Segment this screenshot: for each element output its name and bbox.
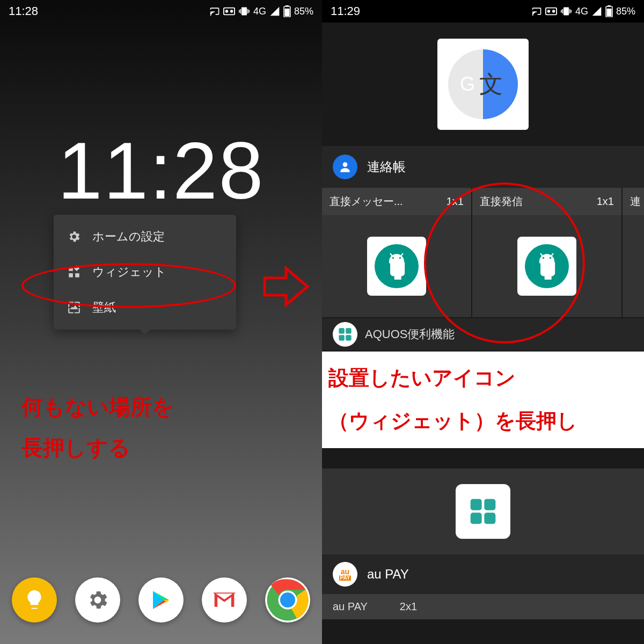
- svg-rect-4: [284, 9, 289, 17]
- battery-icon: [283, 5, 291, 17]
- menu-label: ウィジェット: [92, 264, 166, 280]
- svg-rect-30: [471, 513, 482, 524]
- contacts-icon: [333, 155, 357, 179]
- widget-direct-dial[interactable]: 直接発信 1x1: [472, 188, 623, 317]
- aupay-icon: au PAY: [333, 562, 357, 587]
- chrome-icon[interactable]: [265, 577, 310, 623]
- svg-rect-7: [69, 273, 73, 277]
- svg-rect-18: [608, 5, 611, 6]
- svg-rect-8: [75, 273, 79, 277]
- widget-size: 1x1: [447, 195, 464, 208]
- au-text: au: [341, 568, 349, 575]
- svg-point-14: [547, 10, 550, 13]
- context-menu: ホームの設定 ウィジェット 壁紙: [54, 215, 236, 330]
- menu-home-settings[interactable]: ホームの設定: [54, 219, 236, 254]
- settings-icon[interactable]: [75, 577, 120, 623]
- wallpaper-icon: [67, 300, 82, 315]
- translate-widget-preview[interactable]: 文: [322, 39, 644, 146]
- section-label: 連絡帳: [367, 158, 406, 175]
- svg-point-12: [280, 592, 295, 608]
- menu-widgets[interactable]: ウィジェット: [54, 254, 236, 290]
- grid-icon: [468, 496, 498, 526]
- svg-point-21: [399, 257, 401, 259]
- status-bar: 11:29 4G 85%: [322, 0, 644, 23]
- widget-partial[interactable]: 連: [623, 188, 644, 317]
- widget-label: au PAY: [333, 601, 368, 613]
- gear-icon: [67, 229, 82, 244]
- annotation-text: 何もない場所を 長押しする: [21, 386, 174, 468]
- cast-icon: [531, 6, 542, 17]
- widget-direct-message[interactable]: 直接メッセー... 1x1: [322, 188, 472, 317]
- battery-label: 85%: [294, 6, 313, 17]
- section-label: AQUOS便利機能: [365, 326, 455, 342]
- svg-point-23: [550, 257, 551, 259]
- signal-icon: [591, 6, 602, 17]
- svg-rect-29: [484, 499, 495, 510]
- status-time: 11:28: [9, 4, 38, 18]
- dock: [0, 577, 322, 623]
- gmail-icon[interactable]: [202, 577, 247, 623]
- svg-point-19: [343, 162, 348, 167]
- svg-rect-6: [69, 267, 73, 271]
- aquos-widget-preview[interactable]: [322, 469, 644, 554]
- cast-icon: [209, 6, 220, 17]
- widgets-icon: [67, 265, 82, 280]
- contacts-section-header[interactable]: 連絡帳: [322, 146, 644, 188]
- network-label: 4G: [575, 6, 588, 17]
- widget-picker: 11:29 4G 85% 文 連絡帳: [322, 0, 644, 644]
- arrow-annotation: [262, 265, 310, 308]
- aupay-section-header[interactable]: au PAY au PAY: [322, 554, 644, 594]
- translate-glyph: 文: [479, 69, 503, 100]
- svg-rect-9: [74, 266, 80, 272]
- svg-rect-31: [484, 513, 495, 524]
- pay-text: PAY: [339, 575, 352, 581]
- android-icon: [383, 252, 411, 280]
- signal-icon: [269, 6, 280, 17]
- battery-label: 85%: [616, 6, 635, 17]
- widget-label: 連: [630, 194, 641, 209]
- status-time: 11:29: [331, 4, 360, 18]
- widget-label: 直接メッセー...: [330, 194, 403, 209]
- section-label: au PAY: [367, 567, 409, 582]
- widget-label: 直接発信: [480, 194, 523, 209]
- network-label: 4G: [253, 6, 266, 17]
- contacts-widgets-row: 直接メッセー... 1x1 直接発信 1x1: [322, 188, 644, 318]
- svg-rect-27: [346, 335, 352, 341]
- aupay-widget-item[interactable]: au PAY 2x1: [322, 594, 644, 619]
- play-store-icon[interactable]: [138, 577, 184, 623]
- keep-icon[interactable]: [12, 577, 57, 623]
- aquos-section-header[interactable]: AQUOS便利機能: [322, 318, 644, 350]
- android-icon: [533, 252, 561, 280]
- vibrate-icon: [560, 6, 572, 17]
- svg-point-1: [225, 10, 229, 13]
- svg-rect-25: [346, 328, 352, 334]
- svg-point-20: [392, 257, 394, 259]
- clock-widget[interactable]: 11:28: [0, 125, 322, 217]
- svg-rect-5: [286, 5, 289, 6]
- status-bar: 11:28 4G 85%: [0, 0, 322, 23]
- svg-rect-28: [471, 499, 482, 510]
- menu-wallpaper[interactable]: 壁紙: [54, 290, 236, 325]
- menu-label: ホームの設定: [92, 229, 165, 245]
- vibrate-icon: [238, 6, 250, 17]
- status-icons: 4G 85%: [531, 5, 635, 17]
- aquos-icon: [333, 322, 357, 347]
- homescreen-left: 11:28 4G 85% 11:28 8月27日(木) ホームの設定: [0, 0, 322, 644]
- annotation-banner: 設置したいアイコン （ウィジェット）を長押し: [322, 352, 644, 448]
- svg-rect-26: [339, 335, 345, 341]
- svg-rect-24: [339, 328, 345, 334]
- menu-label: 壁紙: [92, 299, 116, 316]
- vr-icon: [545, 7, 557, 16]
- status-icons: 4G 85%: [209, 5, 313, 17]
- widget-size: 2x1: [400, 601, 417, 613]
- svg-point-22: [543, 257, 544, 259]
- widget-size: 1x1: [597, 195, 614, 208]
- svg-rect-17: [606, 9, 611, 17]
- svg-point-2: [230, 10, 233, 13]
- svg-point-15: [552, 10, 555, 13]
- battery-icon: [605, 5, 613, 17]
- vr-icon: [223, 7, 235, 16]
